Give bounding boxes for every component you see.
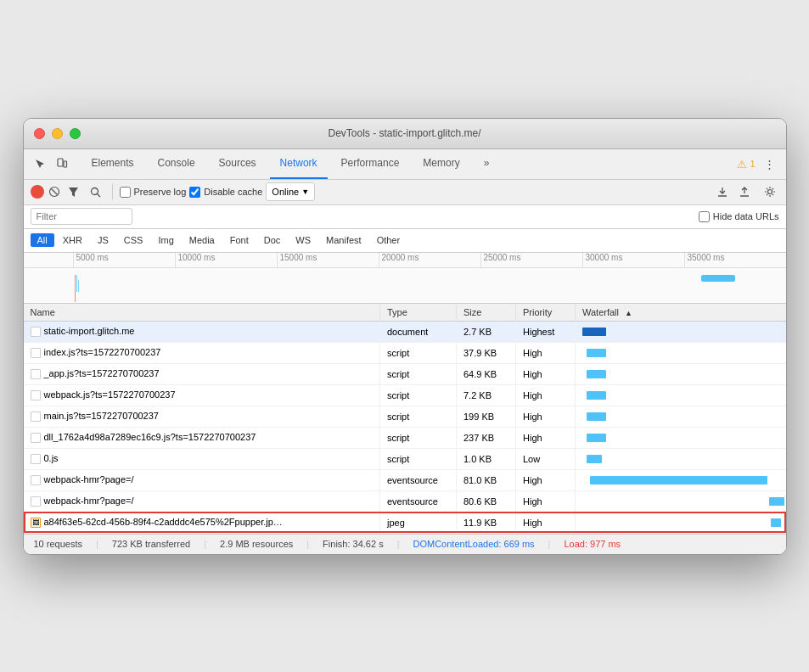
type-btn-ws[interactable]: WS: [289, 233, 317, 247]
traffic-lights: [34, 128, 81, 139]
cell-type: script: [380, 406, 457, 427]
timeline-ruler: 5000 ms 10000 ms 15000 ms 20000 ms 25000…: [24, 253, 786, 268]
preserve-log-checkbox[interactable]: [120, 187, 131, 198]
cell-waterfall: [576, 448, 786, 469]
tab-elements[interactable]: Elements: [81, 148, 144, 179]
ruler-mark-1: 5000 ms: [73, 253, 175, 267]
separator-1: [112, 184, 113, 199]
svg-rect-0: [58, 159, 63, 166]
record-button[interactable]: [31, 185, 44, 199]
svg-marker-4: [69, 188, 78, 197]
cell-name: webpack.js?ts=1572270700237: [24, 384, 380, 406]
more-options-icon[interactable]: ⋮: [761, 154, 779, 173]
toolbar-right: [713, 182, 779, 201]
type-btn-js[interactable]: JS: [91, 233, 115, 247]
type-filter-bar: All XHR JS CSS Img Media Font Doc WS Man…: [24, 229, 786, 253]
cursor-icon[interactable]: [31, 154, 49, 173]
tab-more[interactable]: »: [474, 148, 500, 179]
chevron-down-icon: ▼: [301, 188, 309, 196]
cell-priority: High: [516, 363, 576, 384]
preserve-log-label[interactable]: Preserve log: [120, 187, 187, 198]
close-button[interactable]: [34, 128, 45, 139]
table-row[interactable]: webpack-hmr?page=/eventsource81.0 KBHigh: [24, 469, 786, 490]
header-size[interactable]: Size: [457, 304, 516, 322]
table-row[interactable]: 0.jsscript1.0 KBLow: [24, 448, 786, 469]
timeline-area: 5000 ms 10000 ms 15000 ms 20000 ms 25000…: [24, 253, 786, 304]
type-btn-media[interactable]: Media: [183, 233, 222, 247]
tab-performance[interactable]: Performance: [331, 148, 410, 179]
table-row[interactable]: index.js?ts=1572270700237script37.9 KBHi…: [24, 342, 786, 363]
cell-type: eventsource: [380, 490, 457, 512]
cell-priority: High: [516, 384, 576, 406]
file-icon: [31, 433, 41, 443]
table-row[interactable]: main.js?ts=1572270700237script199 KBHigh: [24, 406, 786, 427]
search-icon[interactable]: [87, 182, 105, 201]
cell-size: 1.0 KB: [457, 448, 516, 469]
tab-sources[interactable]: Sources: [209, 148, 267, 179]
type-btn-doc[interactable]: Doc: [257, 233, 288, 247]
cell-name: dll_1762a4d98a7289ec16c9.js?ts=157227070…: [24, 427, 380, 448]
settings-icon[interactable]: [761, 182, 779, 201]
cell-priority: High: [516, 512, 576, 533]
stop-button[interactable]: [48, 185, 61, 199]
maximize-button[interactable]: [70, 128, 81, 139]
table-row[interactable]: dll_1762a4d98a7289ec16c9.js?ts=157227070…: [24, 427, 786, 448]
tab-network[interactable]: Network: [270, 148, 328, 179]
type-btn-css[interactable]: CSS: [117, 233, 150, 247]
file-icon: [31, 369, 41, 379]
header-priority[interactable]: Priority: [516, 304, 576, 322]
cell-waterfall: [576, 512, 786, 533]
export-icon[interactable]: [735, 182, 754, 201]
devtools-window: DevTools - static-import.glitch.me/ Elem…: [23, 118, 787, 555]
cell-name: _app.js?ts=1572270700237: [24, 363, 380, 384]
table-row[interactable]: webpack.js?ts=1572270700237script7.2 KBH…: [24, 384, 786, 406]
type-btn-img[interactable]: Img: [151, 233, 180, 247]
device-icon[interactable]: [53, 154, 71, 173]
type-btn-font[interactable]: Font: [223, 233, 256, 247]
table-row[interactable]: 🖼a84f63e5-62cd-456b-89f4-c2adddc4e575%2F…: [24, 512, 786, 533]
resources-size: 2.9 MB resources: [220, 539, 293, 549]
cell-name: main.js?ts=1572270700237: [24, 406, 380, 427]
dom-content-loaded: DOMContentLoaded: 669 ms: [413, 539, 535, 549]
ruler-mark-7: 35000 ms: [684, 253, 786, 267]
type-btn-other[interactable]: Other: [370, 233, 407, 247]
minimize-button[interactable]: [52, 128, 63, 139]
cell-size: 199 KB: [457, 406, 516, 427]
import-icon[interactable]: [713, 182, 732, 201]
table-row[interactable]: static-import.glitch.medocument2.7 KBHig…: [24, 321, 786, 342]
load-time: Load: 977 ms: [564, 539, 621, 549]
disable-cache-checkbox[interactable]: [189, 187, 200, 198]
file-icon: 🖼: [31, 518, 41, 528]
hide-data-urls-checkbox[interactable]: [699, 211, 710, 222]
header-waterfall[interactable]: Waterfall ▲: [576, 304, 786, 322]
header-name[interactable]: Name: [24, 304, 380, 322]
window-title: DevTools - static-import.glitch.me/: [328, 127, 480, 139]
network-table-container[interactable]: Name Type Size Priority Waterfall: [24, 304, 786, 534]
type-btn-manifest[interactable]: Manifest: [319, 233, 368, 247]
filter-input[interactable]: [31, 208, 132, 225]
hide-data-urls-label[interactable]: Hide data URLs: [699, 211, 779, 222]
warning-badge[interactable]: ⚠ 1: [737, 158, 755, 171]
cell-priority: Highest: [516, 321, 576, 342]
disable-cache-label[interactable]: Disable cache: [189, 187, 262, 198]
tab-memory[interactable]: Memory: [413, 148, 469, 179]
filter-icon[interactable]: [65, 182, 83, 201]
network-toolbar: Preserve log Disable cache Online ▼: [24, 180, 786, 205]
svg-point-5: [92, 188, 98, 194]
throttling-select[interactable]: Online ▼: [266, 182, 315, 201]
timeline-graph: [24, 268, 786, 304]
cell-waterfall: [576, 363, 786, 384]
type-btn-xhr[interactable]: XHR: [56, 233, 89, 247]
table-row[interactable]: _app.js?ts=1572270700237script64.9 KBHig…: [24, 363, 786, 384]
cell-name: webpack-hmr?page=/: [24, 469, 380, 490]
svg-point-9: [767, 190, 772, 194]
header-type[interactable]: Type: [380, 304, 457, 322]
tab-console[interactable]: Console: [148, 148, 205, 179]
ruler-mark-5: 25000 ms: [480, 253, 582, 267]
type-btn-all[interactable]: All: [31, 233, 54, 247]
cell-waterfall: [576, 490, 786, 512]
top-tab-bar: Elements Console Sources Network Perform…: [24, 149, 786, 180]
cell-size: 7.2 KB: [457, 384, 516, 406]
table-row[interactable]: webpack-hmr?page=/eventsource80.6 KBHigh: [24, 490, 786, 512]
file-icon: [31, 412, 41, 422]
